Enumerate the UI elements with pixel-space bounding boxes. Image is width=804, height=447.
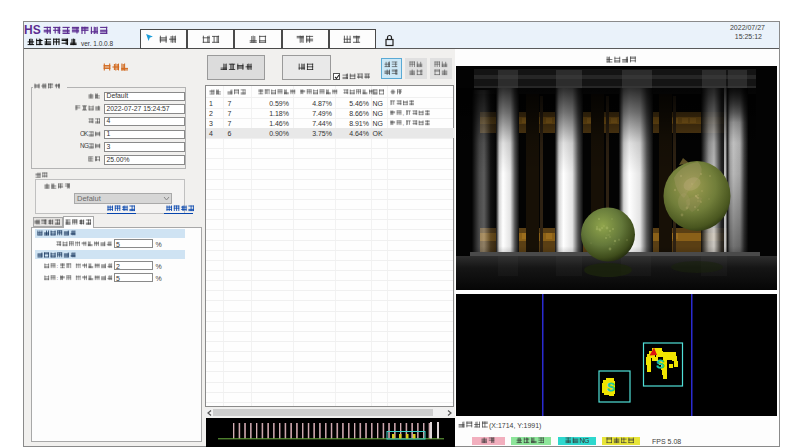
- svg-text:G: G: [584, 437, 589, 444]
- svg-text:S: S: [657, 358, 665, 370]
- svg-text::: :: [56, 275, 58, 281]
- svg-text::: :: [56, 263, 58, 269]
- svg-text:S: S: [607, 381, 615, 393]
- svg-text:,: ,: [403, 110, 405, 116]
- svg-text:G: G: [84, 143, 89, 149]
- svg-text:,: ,: [403, 120, 405, 126]
